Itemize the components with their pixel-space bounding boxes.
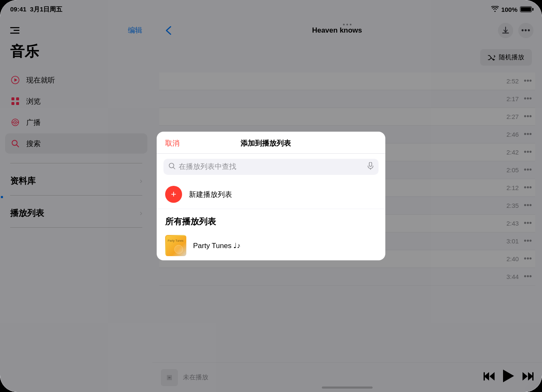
- search-bar: [163, 159, 379, 175]
- svg-point-29: [174, 245, 183, 254]
- modal-search-container: [157, 154, 385, 180]
- new-playlist-label: 新建播放列表: [189, 190, 232, 199]
- search-icon-modal: [169, 163, 175, 171]
- playlist-info: Party Tunes ♩♪: [193, 241, 241, 250]
- svg-rect-25: [369, 162, 372, 166]
- search-input[interactable]: [179, 163, 364, 171]
- modal-body: + 新建播放列表 所有播放列表: [157, 180, 385, 260]
- playlist-name: Party Tunes ♩♪: [193, 241, 241, 250]
- all-playlists-header: 所有播放列表: [157, 209, 385, 231]
- playlist-thumbnail: Party Tunes: [165, 235, 186, 256]
- modal-cancel-button[interactable]: 取消: [165, 138, 180, 148]
- new-playlist-row[interactable]: + 新建播放列表: [157, 180, 385, 209]
- playlist-item[interactable]: Party Tunes Party Tunes ♩♪: [157, 231, 385, 260]
- mic-icon[interactable]: [368, 162, 373, 171]
- playlist-thumbnail-inner: Party Tunes: [166, 236, 185, 255]
- svg-text:Party Tunes: Party Tunes: [168, 239, 184, 243]
- modal-title: 添加到播放列表: [241, 138, 291, 148]
- ipad-frame: 09:41 3月1日周五 100%: [0, 0, 542, 392]
- modal-header: 取消 添加到播放列表: [157, 132, 385, 154]
- plus-circle-icon: +: [165, 186, 182, 203]
- svg-line-24: [173, 167, 175, 169]
- add-to-playlist-modal: 取消 添加到播放列表: [157, 132, 385, 260]
